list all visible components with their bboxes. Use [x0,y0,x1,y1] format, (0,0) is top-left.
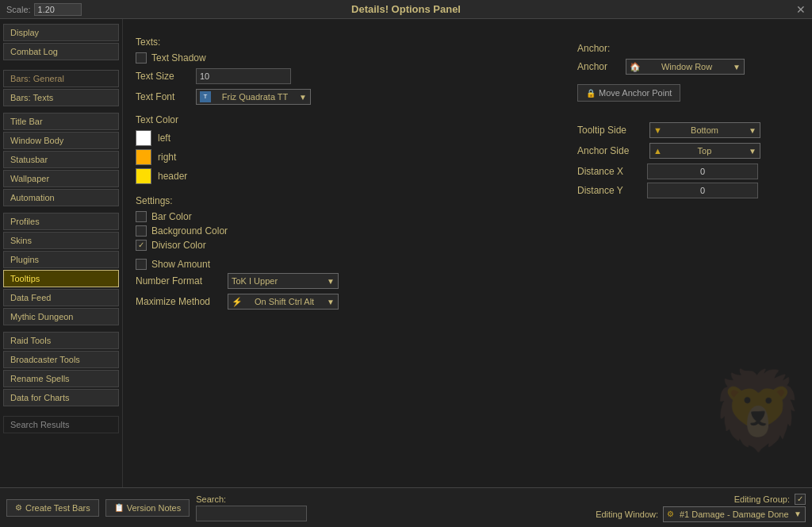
content-area: Texts: Text Shadow Text Size Text Font T [123,19,812,487]
distance-y-input[interactable] [647,183,758,198]
distance-y-label: Distance Y [577,185,641,196]
sidebar-item-rename-spells[interactable]: Rename Spells [3,370,119,387]
number-format-arrow: ▼ [327,277,335,286]
text-shadow-checkbox[interactable] [136,52,147,63]
maximize-method-dropdown[interactable]: ⚡ On Shift Ctrl Alt ▼ [228,294,339,310]
sidebar-item-wallpaper[interactable]: Wallpaper [3,170,119,187]
sidebar-item-automation[interactable]: Automation [3,189,119,206]
editing-section: Editing Group: ✓ Editing Window: ⚙ #1 Da… [596,494,806,522]
color-left-row: left [136,130,561,146]
distance-x-input[interactable] [647,163,758,179]
sidebar-item-window-body[interactable]: Window Body [3,132,119,149]
content-left: Texts: Text Shadow Text Size Text Font T [136,29,561,314]
distance-x-label: Distance X [577,166,641,177]
sidebar-item-combat-log[interactable]: Combat Log [3,43,119,60]
color-right-label: right [158,152,176,163]
show-amount-checkbox[interactable] [136,259,147,270]
tooltip-side-icon: ▼ [653,125,662,135]
text-size-row: Text Size [136,68,561,84]
sidebar-item-data-for-charts[interactable]: Data for Charts [3,389,119,406]
bar-color-checkbox[interactable] [136,211,147,222]
sidebar-item-tooltips[interactable]: Tooltips [3,270,119,287]
background-color-row: Background Color [136,225,561,237]
color-right-swatch[interactable] [136,149,151,165]
settings-section-label: Settings: [136,195,561,206]
text-font-value: Friz Quadrata TT [222,92,289,102]
editing-window-dropdown[interactable]: ⚙ #1 Damage - Damage Done ▼ [663,506,806,522]
divisor-color-label: Divisor Color [151,240,206,251]
editing-group-checkbox[interactable]: ✓ [795,494,806,505]
editing-group-label: Editing Group: [734,494,790,504]
divisor-color-checkbox[interactable] [136,240,147,251]
tooltip-side-row: Tooltip Side ▼ Bottom ▼ [577,122,799,138]
sidebar-item-bars-texts[interactable]: Bars: Texts [3,89,119,106]
editing-window-value: #1 Damage - Damage Done [680,510,789,519]
tooltip-side-arrow: ▼ [749,126,756,135]
anchor-side-arrow: ▼ [749,147,756,156]
move-anchor-row: 🔒 Move Anchor Point [577,79,799,102]
sidebar-item-bars-general[interactable]: Bars: General [3,70,119,87]
color-left-swatch[interactable] [136,130,151,146]
maximize-method-value: On Shift Ctrl Alt [255,297,314,306]
scale-section: Scale: [6,3,82,16]
text-size-input[interactable] [196,68,291,84]
maximize-method-arrow: ▼ [327,298,335,306]
search-input[interactable] [196,506,307,521]
scale-input[interactable] [34,3,82,16]
version-notes-button[interactable]: 📋 Version Notes [105,499,190,517]
maximize-method-row: Maximize Method ⚡ On Shift Ctrl Alt ▼ [136,294,561,310]
color-left-label: left [158,133,170,144]
move-anchor-button[interactable]: 🔒 Move Anchor Point [577,84,680,102]
anchor-section: Anchor: Anchor 🏠 Window Row ▼ 🔒 Move Anc… [577,35,799,314]
sidebar-item-plugins[interactable]: Plugins [3,251,119,268]
number-format-label: Number Format [136,275,223,287]
editing-group-row: Editing Group: ✓ [734,494,806,505]
lion-watermark: 🦁 [701,360,796,456]
maximize-method-label: Maximize Method [136,296,223,307]
sidebar: Display Combat Log Bars: General Bars: T… [0,19,123,487]
anchor-side-row: Anchor Side ▲ Top ▼ [577,143,799,159]
bar-color-row: Bar Color [136,211,561,222]
sidebar-item-profiles[interactable]: Profiles [3,213,119,230]
anchor-label: Anchor [577,61,621,72]
main-layout: Display Combat Log Bars: General Bars: T… [0,19,812,487]
sidebar-item-title-bar[interactable]: Title Bar [3,113,119,130]
bar-color-label: Bar Color [151,211,192,222]
number-format-value: ToK I Upper [232,276,278,286]
text-font-label: Text Font [136,91,191,102]
sidebar-item-skins[interactable]: Skins [3,232,119,249]
scale-label: Scale: [6,5,31,14]
sidebar-item-data-feed[interactable]: Data Feed [3,289,119,306]
sidebar-item-display[interactable]: Display [3,24,119,41]
background-color-checkbox[interactable] [136,225,147,237]
anchor-dropdown[interactable]: 🏠 Window Row ▼ [626,59,745,75]
font-icon: T [200,91,211,102]
text-color-label: Text Color [136,114,561,125]
title-bar: Scale: Details! Options Panel ✕ [0,0,812,19]
sidebar-item-search-results[interactable]: Search Results [3,416,119,433]
sidebar-item-mythic-dungeon[interactable]: Mythic Dungeon [3,308,119,325]
editing-window-icon: ⚙ [667,510,674,518]
sidebar-item-raid-tools[interactable]: Raid Tools [3,332,119,349]
svg-text:🦁: 🦁 [710,366,796,456]
tooltip-side-dropdown[interactable]: ▼ Bottom ▼ [649,122,760,138]
close-button[interactable]: ✕ [796,3,806,16]
texts-section-label: Texts: [136,37,561,48]
text-font-row: Text Font T Friz Quadrata TT ▼ [136,89,561,105]
distance-y-row: Distance Y [577,183,799,198]
search-section: Search: [196,494,307,521]
sidebar-item-broadcaster-tools[interactable]: Broadcaster Tools [3,351,119,368]
color-header-swatch[interactable] [136,168,151,184]
anchor-side-dropdown[interactable]: ▲ Top ▼ [649,143,760,159]
number-format-dropdown[interactable]: ToK I Upper ▼ [228,273,339,289]
editing-window-arrow: ▼ [794,510,802,518]
create-test-bars-button[interactable]: ⚙ Create Test Bars [6,499,99,517]
create-test-bars-icon: ⚙ [15,503,22,512]
color-header-label: header [158,171,187,182]
color-right-row: right [136,149,561,165]
sidebar-item-statusbar[interactable]: Statusbar [3,151,119,168]
text-font-dropdown[interactable]: T Friz Quadrata TT ▼ [196,89,311,105]
number-format-row: Number Format ToK I Upper ▼ [136,273,561,289]
anchor-dropdown-arrow: ▼ [733,63,741,71]
version-notes-icon: 📋 [114,503,124,512]
